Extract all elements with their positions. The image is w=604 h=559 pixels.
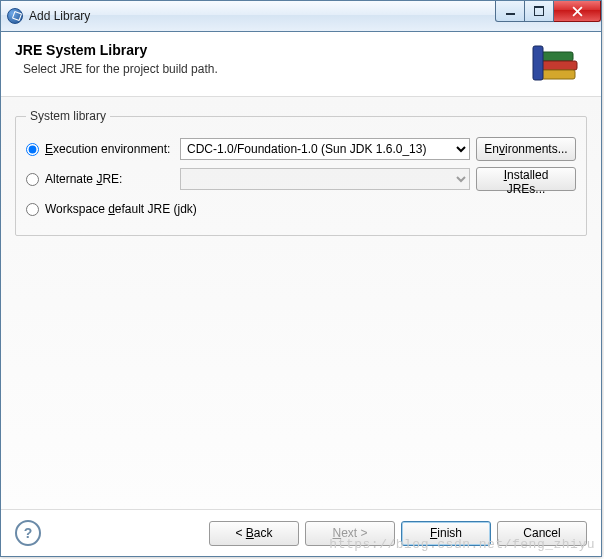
- maximize-button[interactable]: [525, 1, 554, 22]
- wizard-header: JRE System Library Select JRE for the pr…: [1, 32, 601, 97]
- window-title: Add Library: [29, 9, 495, 23]
- finish-button[interactable]: Finish: [401, 521, 491, 546]
- svg-rect-3: [539, 61, 577, 70]
- back-button[interactable]: < Back: [209, 521, 299, 546]
- wizard-footer: ? < Back Next > Finish Cancel: [1, 509, 601, 556]
- radio-workspace-default-input[interactable]: [26, 203, 39, 216]
- group-legend: System library: [26, 109, 110, 123]
- system-library-group: System library Execution environment: CD…: [15, 109, 587, 236]
- titlebar: Add Library: [1, 1, 601, 32]
- environments-button[interactable]: Environments...: [476, 137, 576, 161]
- close-icon: [572, 6, 583, 17]
- row-workspace-default: Workspace default JRE (jdk): [26, 197, 576, 221]
- radio-alternate-jre[interactable]: Alternate JRE:: [26, 172, 174, 186]
- page-title: JRE System Library: [15, 42, 531, 58]
- page-subtitle: Select JRE for the project build path.: [15, 62, 531, 76]
- alternate-jre-select[interactable]: [180, 168, 470, 190]
- radio-execution-environment[interactable]: Execution environment:: [26, 142, 174, 156]
- app-icon: [7, 8, 23, 24]
- help-button[interactable]: ?: [15, 520, 41, 546]
- window-controls: [495, 1, 601, 21]
- close-button[interactable]: [554, 1, 601, 22]
- installed-jres-button[interactable]: Installed JREs...: [476, 167, 576, 191]
- radio-alternate-jre-input[interactable]: [26, 173, 39, 186]
- radio-workspace-default[interactable]: Workspace default JRE (jdk): [26, 202, 197, 216]
- wizard-body: System library Execution environment: CD…: [1, 97, 601, 509]
- minimize-button[interactable]: [495, 1, 525, 22]
- radio-execution-environment-input[interactable]: [26, 143, 39, 156]
- svg-rect-5: [533, 46, 543, 80]
- cancel-button[interactable]: Cancel: [497, 521, 587, 546]
- dialog-window: Add Library JRE System Library Select JR…: [0, 0, 602, 557]
- row-alternate-jre: Alternate JRE: Installed JREs...: [26, 167, 576, 191]
- row-execution-environment: Execution environment: CDC-1.0/Foundatio…: [26, 137, 576, 161]
- library-books-icon: [531, 42, 587, 84]
- execution-environment-select[interactable]: CDC-1.0/Foundation-1.0 (Sun JDK 1.6.0_13…: [180, 138, 470, 160]
- next-button[interactable]: Next >: [305, 521, 395, 546]
